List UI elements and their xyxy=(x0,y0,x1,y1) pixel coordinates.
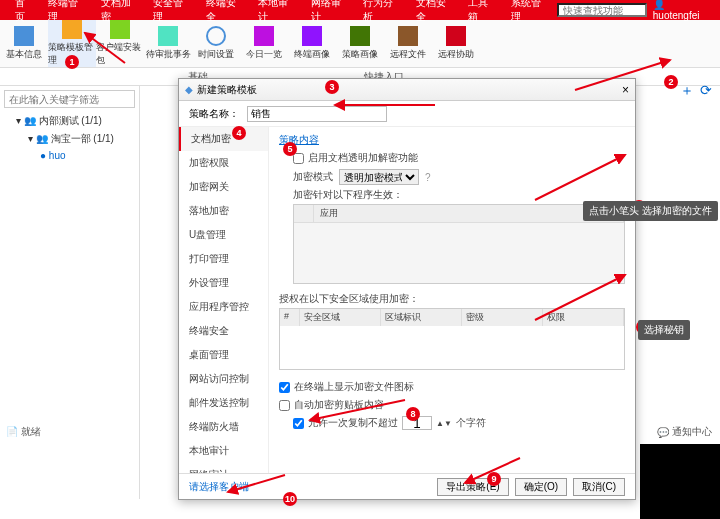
close-icon[interactable]: × xyxy=(622,83,629,97)
svg-rect-1 xyxy=(62,20,82,39)
mode-label: 加密模式 xyxy=(293,170,333,184)
svg-point-4 xyxy=(207,27,225,45)
program-list[interactable]: 应用 xyxy=(293,204,625,284)
side-encrypt-gateway[interactable]: 加密网关 xyxy=(179,175,268,199)
new-policy-modal: ◆ 新建策略模板 × 策略名称： 文档加密 加密权限 加密网关 落地加密 U盘管… xyxy=(178,78,636,500)
side-peripheral[interactable]: 外设管理 xyxy=(179,271,268,295)
cb-auto-clip-label: 自动加密剪贴板内容 xyxy=(294,398,384,412)
badge-8: 8 xyxy=(406,407,420,421)
svg-rect-3 xyxy=(158,26,178,46)
cb-show-icon-label: 在终端上显示加密文件图标 xyxy=(294,380,414,394)
assist-icon xyxy=(446,26,466,46)
apply-label: 加密针对以下程序生效： xyxy=(293,188,625,202)
svg-rect-5 xyxy=(254,26,274,46)
badge-5: 5 xyxy=(283,142,297,156)
tree-search-input[interactable] xyxy=(4,90,135,108)
side-term-sec[interactable]: 终端安全 xyxy=(179,319,268,343)
svg-rect-6 xyxy=(302,26,322,46)
tree-node-user[interactable]: ● huo xyxy=(4,148,135,163)
package-icon xyxy=(110,20,130,39)
help-icon[interactable]: ? xyxy=(425,172,431,183)
calendar-icon xyxy=(254,26,274,46)
template-icon xyxy=(62,20,82,39)
ribbon-pending[interactable]: 待审批事务 xyxy=(144,20,192,67)
info-icon xyxy=(14,26,34,46)
menu-sysmgr[interactable]: 系统管理 xyxy=(504,0,557,24)
copy-unit-label: 个字符 xyxy=(456,416,486,430)
ribbon-basic-info[interactable]: 基本信息 xyxy=(0,20,48,67)
auth-label: 授权在以下安全区域使用加密： xyxy=(279,292,625,306)
modal-title-icon: ◆ xyxy=(185,84,193,95)
ribbon-remote-file[interactable]: 远程文件 xyxy=(384,20,432,67)
tree-node-root[interactable]: ▾ 👥 内部测试 (1/1) xyxy=(4,112,135,130)
modal-sidebar: 文档加密 加密权限 加密网关 落地加密 U盘管理 打印管理 外设管理 应用程序管… xyxy=(179,127,269,473)
select-client-link[interactable]: 请选择客户端 xyxy=(189,480,249,494)
cb-copy-limit-label: 允许一次复制不超过 xyxy=(308,416,398,430)
modal-body: 文档加密 加密权限 加密网关 落地加密 U盘管理 打印管理 外设管理 应用程序管… xyxy=(179,127,635,473)
ribbon-today[interactable]: 今日一览 xyxy=(240,20,288,67)
tooltip-select-key: 选择秘钥 xyxy=(638,320,690,340)
side-app-control[interactable]: 应用程序管控 xyxy=(179,295,268,319)
ribbon-time[interactable]: 时间设置 xyxy=(192,20,240,67)
notification-center[interactable]: 💬 通知中心 xyxy=(657,425,712,439)
side-encrypt-perm[interactable]: 加密权限 xyxy=(179,151,268,175)
ribbon-policy-portrait[interactable]: 策略画像 xyxy=(336,20,384,67)
ribbon-toolbar: 基本信息 策略模板管理 客户端安装包 待审批事务 时间设置 今日一览 终端画像 … xyxy=(0,20,720,68)
policy-name-input[interactable] xyxy=(247,106,387,122)
policy-name-row: 策略名称： xyxy=(179,101,635,127)
zone-table-header: # 安全区域 区域标识 密级 权限 xyxy=(280,309,624,326)
program-list-header: 应用 xyxy=(294,205,624,223)
modal-main: 策略内容 启用文档透明加解密功能 加密模式 透明加密模式 ? 加密针对以下程序生… xyxy=(269,127,635,473)
svg-rect-2 xyxy=(110,20,130,39)
badge-4: 4 xyxy=(232,126,246,140)
side-web-control[interactable]: 网站访问控制 xyxy=(179,367,268,391)
svg-rect-9 xyxy=(446,26,466,46)
badge-1: 1 xyxy=(65,55,79,69)
modal-footer: 请选择客户端 导出策略(E) 确定(O) 取消(C) xyxy=(179,473,635,499)
badge-9: 9 xyxy=(487,472,501,486)
modal-title-text: 新建策略模板 xyxy=(197,83,257,97)
side-doc-encrypt[interactable]: 文档加密 xyxy=(179,127,268,151)
zone-table[interactable]: # 安全区域 区域标识 密级 权限 xyxy=(279,308,625,370)
refresh-icon[interactable]: ⟳ xyxy=(700,82,712,100)
add-icon[interactable]: ＋ xyxy=(680,82,694,100)
cb-auto-clip[interactable] xyxy=(279,400,290,411)
side-net-audit[interactable]: 网络审计 xyxy=(179,463,268,473)
side-usb[interactable]: U盘管理 xyxy=(179,223,268,247)
badge-10: 10 xyxy=(283,492,297,506)
ribbon-remote-assist[interactable]: 远程协助 xyxy=(432,20,480,67)
cb-show-icon[interactable] xyxy=(279,382,290,393)
svg-rect-0 xyxy=(14,26,34,46)
badge-2: 2 xyxy=(664,75,678,89)
policy-name-label: 策略名称： xyxy=(189,107,239,121)
ribbon-term-portrait[interactable]: 终端画像 xyxy=(288,20,336,67)
ok-button[interactable]: 确定(O) xyxy=(515,478,567,496)
side-actions: ＋ ⟳ xyxy=(680,82,712,100)
clock-icon xyxy=(206,26,226,46)
side-landing-encrypt[interactable]: 落地加密 xyxy=(179,199,268,223)
side-print[interactable]: 打印管理 xyxy=(179,247,268,271)
ribbon-client-pkg[interactable]: 客户端安装包 xyxy=(96,20,144,67)
tree-node-dept[interactable]: ▾ 👥 淘宝一部 (1/1) xyxy=(4,130,135,148)
svg-rect-8 xyxy=(398,26,418,46)
file-icon xyxy=(398,26,418,46)
side-desktop[interactable]: 桌面管理 xyxy=(179,343,268,367)
cancel-button[interactable]: 取消(C) xyxy=(573,478,625,496)
modal-titlebar: ◆ 新建策略模板 × xyxy=(179,79,635,101)
policy-icon xyxy=(350,26,370,46)
side-mail-control[interactable]: 邮件发送控制 xyxy=(179,391,268,415)
black-area xyxy=(640,444,720,519)
approval-icon xyxy=(158,26,178,46)
current-user[interactable]: 👤 huotengfei xyxy=(653,0,712,21)
cb-enable-label: 启用文档透明加解密功能 xyxy=(308,151,418,165)
global-search-input[interactable] xyxy=(557,3,647,17)
side-local-audit[interactable]: 本地审计 xyxy=(179,439,268,463)
svg-rect-7 xyxy=(350,26,370,46)
status-ready: 📄 就绪 xyxy=(6,425,41,439)
badge-3: 3 xyxy=(325,80,339,94)
cb-copy-limit[interactable] xyxy=(293,418,304,429)
mode-select[interactable]: 透明加密模式 xyxy=(339,169,419,185)
top-menu-bar: 首页 终端管理 文档加密 安全管理 终端安全 本地审计 网络审计 行为分析 文档… xyxy=(0,0,720,20)
portrait-icon xyxy=(302,26,322,46)
side-firewall[interactable]: 终端防火墙 xyxy=(179,415,268,439)
